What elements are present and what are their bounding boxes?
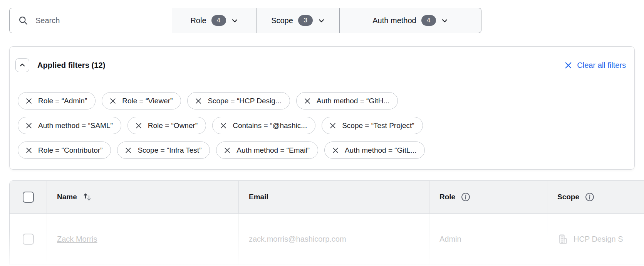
filter-chip: Role = “Viewer”	[102, 92, 181, 109]
row-scope-cell: HCP Design S	[547, 214, 644, 264]
filter-chip: Auth method = “GitH...	[296, 92, 398, 109]
info-icon[interactable]	[585, 192, 595, 202]
chevron-up-icon	[19, 62, 26, 69]
role-count-badge: 4	[211, 15, 226, 26]
members-filter-page: Role 4 Scope 3 Auth method 4	[0, 0, 644, 266]
sort-icon	[82, 192, 92, 202]
filter-bar: Role 4 Scope 3 Auth method 4	[9, 8, 481, 33]
auth-method-count-badge: 4	[421, 15, 436, 26]
clear-all-filters-label: Clear all filters	[577, 61, 626, 70]
chip-label: Scope = “HCP Desig...	[208, 97, 281, 105]
chevron-down-icon	[318, 17, 325, 24]
member-role: Admin	[439, 235, 461, 244]
filter-chip: Contains = “@hashic...	[212, 117, 315, 134]
dismiss-chip-icon[interactable]	[25, 97, 33, 105]
row-checkbox-cell	[10, 214, 47, 264]
filter-chip: Scope = “Infra Test”	[117, 141, 210, 159]
member-email: zack.morris@hashicorp.com	[249, 235, 346, 244]
column-header-scope: Scope	[547, 181, 644, 213]
filter-chip: Auth method = “GitL...	[324, 141, 425, 159]
dismiss-chip-icon[interactable]	[109, 97, 117, 105]
row-checkbox[interactable]	[23, 234, 34, 245]
dismiss-chip-icon[interactable]	[220, 122, 227, 130]
member-scope: HCP Design S	[574, 235, 623, 244]
auth-method-filter-dropdown[interactable]: Auth method 4	[340, 8, 481, 33]
chip-label: Auth method = “SAML”	[38, 121, 113, 130]
dismiss-chip-icon[interactable]	[332, 146, 339, 154]
chip-label: Scope = “Infra Test”	[138, 146, 201, 155]
chip-label: Role = “Owner”	[148, 121, 198, 130]
dismiss-chip-icon[interactable]	[329, 122, 337, 130]
filter-chip: Auth method = “Email”	[216, 141, 318, 159]
close-icon	[564, 61, 573, 70]
applied-filters-title: Applied filters (12)	[37, 58, 105, 72]
email-column-label: Email	[249, 193, 268, 201]
table-header-row: Name Email Role Scope	[10, 181, 644, 214]
name-column-label: Name	[57, 193, 77, 201]
dismiss-chip-icon[interactable]	[195, 97, 202, 105]
scope-dropdown-label: Scope	[271, 16, 293, 25]
search-input[interactable]	[35, 16, 151, 25]
scope-count-badge: 3	[298, 15, 313, 26]
column-header-role: Role	[429, 181, 547, 213]
member-name-link[interactable]: Zack Morris	[57, 235, 97, 244]
chip-row: Role = “Contributor” Scope = “Infra Test…	[18, 141, 425, 159]
row-email-cell: zack.morris@hashicorp.com	[238, 214, 429, 264]
chip-label: Auth method = “GitH...	[317, 97, 390, 105]
chip-label: Role = “Admin”	[38, 97, 87, 105]
dismiss-chip-icon[interactable]	[223, 146, 231, 154]
filter-chip: Role = “Admin”	[18, 92, 96, 109]
scope-filter-dropdown[interactable]: Scope 3	[257, 8, 340, 33]
filter-chip: Role = “Contributor”	[18, 141, 111, 159]
search-icon	[18, 15, 29, 26]
filter-chip: Scope = “HCP Desig...	[187, 92, 290, 109]
filter-chip: Scope = “Test Project”	[322, 117, 423, 134]
dismiss-chip-icon[interactable]	[25, 146, 33, 154]
header-checkbox-cell	[10, 181, 47, 213]
role-filter-dropdown[interactable]: Role 4	[172, 8, 257, 33]
chip-label: Contains = “@hashic...	[233, 121, 307, 130]
chevron-down-icon	[441, 17, 448, 24]
info-icon[interactable]	[461, 192, 471, 202]
search-field[interactable]	[9, 8, 172, 33]
role-dropdown-label: Role	[190, 16, 206, 25]
chip-label: Role = “Contributor”	[38, 146, 102, 155]
chip-label: Auth method = “GitL...	[345, 146, 416, 155]
row-role-cell: Admin	[429, 214, 547, 264]
scope-column-label: Scope	[557, 193, 579, 201]
dismiss-chip-icon[interactable]	[304, 97, 311, 105]
row-name-cell: Zack Morris	[47, 214, 238, 264]
filter-chip: Auth method = “SAML”	[18, 117, 121, 134]
role-column-label: Role	[439, 193, 455, 201]
chip-label: Auth method = “Email”	[236, 146, 310, 155]
auth-method-dropdown-label: Auth method	[372, 16, 416, 25]
members-table: Name Email Role Scope	[9, 180, 644, 265]
chip-label: Scope = “Test Project”	[342, 121, 414, 130]
select-all-checkbox[interactable]	[23, 192, 34, 203]
table-row: Zack Morris zack.morris@hashicorp.com Ad…	[10, 214, 644, 264]
chip-row: Role = “Admin” Role = “Viewer” Scope = “…	[18, 92, 425, 109]
collapse-filters-button[interactable]	[15, 58, 29, 72]
organization-building-icon	[557, 234, 569, 245]
chevron-down-icon	[231, 17, 238, 24]
chip-row: Auth method = “SAML” Role = “Owner” Cont…	[18, 117, 425, 134]
column-header-email: Email	[238, 181, 429, 213]
filter-chips: Role = “Admin” Role = “Viewer” Scope = “…	[18, 92, 425, 159]
chip-label: Role = “Viewer”	[122, 97, 173, 105]
dismiss-chip-icon[interactable]	[124, 146, 132, 154]
filter-chip: Role = “Owner”	[127, 117, 206, 134]
dismiss-chip-icon[interactable]	[135, 122, 143, 130]
dismiss-chip-icon[interactable]	[25, 122, 33, 130]
clear-all-filters-link[interactable]: Clear all filters	[564, 58, 626, 72]
column-header-name[interactable]: Name	[47, 181, 238, 213]
applied-filters-panel: Applied filters (12) Clear all filters R…	[9, 46, 635, 170]
